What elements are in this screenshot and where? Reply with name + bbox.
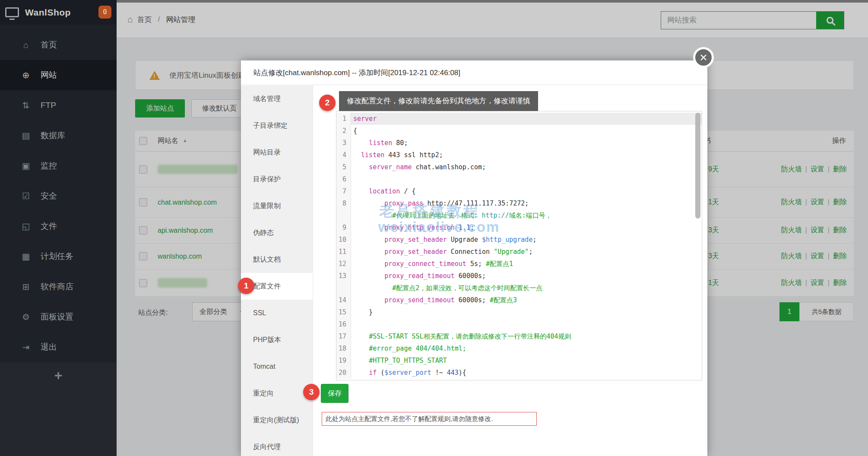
code-line: 11 proxy_set_header Connection "Upgrade"… xyxy=(336,246,702,258)
code-content: } xyxy=(351,306,702,318)
line-number xyxy=(336,282,351,294)
save-button[interactable]: 保存 xyxy=(321,384,348,403)
code-content: #HTTP_TO_HTTPS_START xyxy=(351,355,702,367)
code-content xyxy=(351,173,702,185)
code-content: listen 443 ssl http2; xyxy=(351,149,702,161)
code-line: 14 proxy_send_timeout 60000s; #配置点3 xyxy=(336,294,702,306)
line-number: 7 xyxy=(336,185,351,197)
modal-menu-item-6[interactable]: 默认文档 xyxy=(241,246,313,273)
code-content: if ($server_port !~ 443){ xyxy=(351,367,702,379)
code-line: 5 server_name chat.wanlshop.com; xyxy=(336,161,702,173)
modal-menu-item-4[interactable]: 流量限制 xyxy=(241,193,313,219)
code-line: 16 xyxy=(336,318,702,330)
code-content: location / { xyxy=(351,185,702,197)
code-line: 17 #SSL-START SSL相关配置，请勿删除或修改下一行带注释的404规… xyxy=(336,330,702,342)
config-file-editor[interactable]: 1server2{3 listen 80;4 listen 443 ssl ht… xyxy=(336,111,702,380)
line-number: 14 xyxy=(336,294,351,306)
modal-menu-item-1[interactable]: 子目录绑定 xyxy=(241,112,313,139)
line-number: 16 xyxy=(336,318,351,330)
code-line: 3 listen 80; xyxy=(336,137,702,149)
code-content: server xyxy=(351,113,702,125)
modal-menu-item-10[interactable]: Tomcat xyxy=(241,353,313,380)
code-content: #SSL-START SSL相关配置，请勿删除或修改下一行带注释的404规则 xyxy=(351,330,702,342)
code-lines: 1server2{3 listen 80;4 listen 443 ssl ht… xyxy=(336,111,702,379)
config-warning-note: 此处为站点主配置文件,若您不了解配置规则,请勿随意修改. xyxy=(322,412,537,426)
line-number: 18 xyxy=(336,342,351,355)
modal-menu-item-13[interactable]: 反向代理 xyxy=(241,434,313,456)
modal-menu-item-12[interactable]: 重定向(测试版) xyxy=(241,407,313,434)
code-line: 2{ xyxy=(336,125,702,137)
code-content: listen 80; xyxy=(351,137,702,149)
modal-content: 修改配置文件，修改前请先备份到其他地方，修改请谨慎 1server2{3 lis… xyxy=(313,86,707,456)
modal-menu-item-11[interactable]: 重定向 xyxy=(241,380,313,407)
modal-title: 站点修改[chat.wanlshop.com] -- 添加时间[2019-12-… xyxy=(241,60,707,85)
code-line: 6 xyxy=(336,173,702,185)
modal-menu-item-2[interactable]: 网站目录 xyxy=(241,139,313,166)
modal-menu-item-0[interactable]: 域名管理 xyxy=(241,86,313,112)
modal-body: 域名管理子目录绑定网站目录目录保护流量限制伪静态默认文档配置文件SSLPHP版本… xyxy=(241,86,707,456)
code-content: #代理到上面的地址去，格式: http://域名:端口号， xyxy=(351,209,702,222)
code-line: 9 proxy_http_version 1.1; xyxy=(336,222,702,234)
line-number: 12 xyxy=(336,258,351,270)
code-line: 12 proxy_connect_timeout 5s; #配置点1 xyxy=(336,258,702,270)
line-number: 2 xyxy=(336,125,351,137)
code-content: proxy_connect_timeout 5s; #配置点1 xyxy=(351,258,702,270)
modal-menu-item-5[interactable]: 伪静态 xyxy=(241,219,313,246)
annotation-badge-2: 2 xyxy=(319,95,336,111)
code-line: 1server xyxy=(336,113,702,125)
line-number: 1 xyxy=(336,113,351,125)
line-number: 10 xyxy=(336,234,351,246)
line-number: 11 xyxy=(336,246,351,258)
line-number: 15 xyxy=(336,306,351,318)
code-line: 15 } xyxy=(336,306,702,318)
code-line: 20 if ($server_port !~ 443){ xyxy=(336,367,702,379)
code-line: 10 proxy_set_header Upgrade $http_upgrad… xyxy=(336,234,702,246)
line-number: 5 xyxy=(336,161,351,173)
code-content: proxy_http_version 1.1; xyxy=(351,222,702,234)
line-number: 3 xyxy=(336,137,351,149)
line-number: 19 xyxy=(336,355,351,367)
code-content: server_name chat.wanlshop.com; xyxy=(351,161,702,173)
code-line: #配置点2，如果没效，可以考虑这个时间配置长一点 xyxy=(336,282,702,294)
line-number xyxy=(336,209,351,222)
modal-menu-item-8[interactable]: SSL xyxy=(241,300,313,326)
code-content: { xyxy=(351,125,702,137)
config-tooltip: 修改配置文件，修改前请先备份到其他地方，修改请谨慎 xyxy=(339,91,538,111)
code-line: 19 #HTTP_TO_HTTPS_START xyxy=(336,355,702,367)
code-line: #代理到上面的地址去，格式: http://域名:端口号， xyxy=(336,209,702,222)
annotation-badge-1: 1 xyxy=(238,278,254,294)
code-content: proxy_send_timeout 60000s; #配置点3 xyxy=(351,294,702,306)
line-number: 6 xyxy=(336,173,351,185)
line-number: 4 xyxy=(336,149,351,161)
modal-menu: 域名管理子目录绑定网站目录目录保护流量限制伪静态默认文档配置文件SSLPHP版本… xyxy=(241,86,313,456)
code-line: 18 #error_page 404/404.html; xyxy=(336,342,702,355)
line-number: 17 xyxy=(336,330,351,342)
line-number: 9 xyxy=(336,222,351,234)
editor-scrollbar-thumb[interactable] xyxy=(695,113,700,218)
code-content: proxy_read_timeout 60000s; xyxy=(351,270,702,282)
code-content: proxy_pass http://47.111.117.35:7272; xyxy=(351,197,702,209)
line-number: 20 xyxy=(336,367,351,379)
annotation-badge-3: 3 xyxy=(303,384,320,400)
modal-menu-item-3[interactable]: 目录保护 xyxy=(241,166,313,193)
code-content: #error_page 404/404.html; xyxy=(351,342,702,355)
code-content: #配置点2，如果没效，可以考虑这个时间配置长一点 xyxy=(351,282,702,294)
close-icon[interactable]: × xyxy=(693,47,714,68)
line-number: 13 xyxy=(336,270,351,282)
code-line: 4 listen 443 ssl http2; xyxy=(336,149,702,161)
code-content: proxy_set_header Connection "Upgrade"; xyxy=(351,246,702,258)
code-line: 7 location / { xyxy=(336,185,702,197)
code-content xyxy=(351,318,702,330)
code-line: 13 proxy_read_timeout 60000s; xyxy=(336,270,702,282)
line-number: 8 xyxy=(336,197,351,209)
code-content: proxy_set_header Upgrade $http_upgrade; xyxy=(351,234,702,246)
modal-menu-item-9[interactable]: PHP版本 xyxy=(241,326,313,353)
code-line: 8 proxy_pass http://47.111.117.35:7272; xyxy=(336,197,702,209)
